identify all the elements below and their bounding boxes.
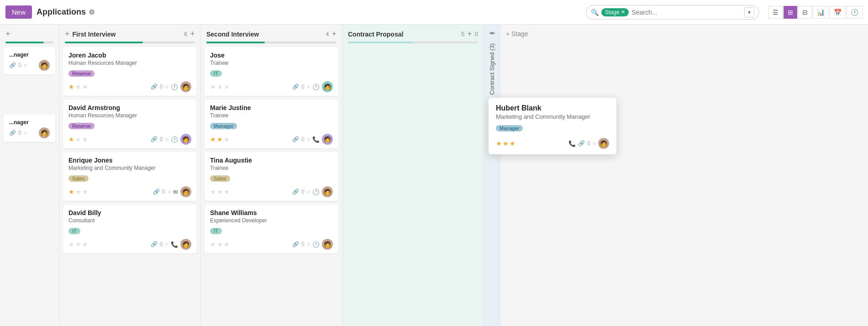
popup-name: Hubert Blank — [496, 104, 609, 112]
card-david-armstrong[interactable]: David Armstrong Human Resources Manager … — [63, 100, 197, 148]
link-icon: 🔗 — [151, 241, 158, 247]
card-role: Trainee — [210, 60, 333, 66]
first-interview-column: + First Interview 6 + Joren Jacob Human … — [59, 25, 201, 326]
card-name: Marie Justine — [210, 104, 333, 111]
first-interview-count: 6 — [184, 31, 187, 37]
star-2: ★ — [217, 188, 223, 195]
table-view-button[interactable]: ⊟ — [798, 6, 812, 19]
contract-signed-column: ◂▸ Contract Signed (3) — [484, 25, 500, 326]
star-rating: ★ ★ ★ — [210, 136, 230, 143]
card-david-billy[interactable]: David Billy Consultant IT ★ ★ ★ 🔗 0 ○ 📞 … — [63, 205, 197, 253]
link-icon: 🔗 — [151, 84, 158, 90]
kanban-view-button[interactable]: ⊞ — [784, 6, 797, 19]
add-second-interview-btn[interactable]: + — [331, 29, 337, 39]
clock-icon: 🕐 — [312, 84, 320, 90]
add-first-interview-card[interactable]: + — [65, 29, 70, 39]
dot-icon: ○ — [168, 189, 171, 195]
first-interview-header: + First Interview 6 + — [59, 25, 200, 42]
phone-icon: 📞 — [312, 136, 320, 143]
clock-icon: 🕐 — [312, 189, 320, 195]
star-1: ★ — [68, 241, 74, 248]
card-partial-2[interactable]: ...nager 🔗 0 ○ 🧑 — [4, 115, 55, 142]
view-controls: ☰ ⊞ ⊟ 📊 📅 🕐 — [768, 6, 863, 19]
star-1: ★ — [210, 136, 216, 143]
calendar-view-button[interactable]: 📅 — [830, 6, 846, 19]
card-jose[interactable]: Jose Trainee IT ★ ★ ★ 🔗 0 ○ 🕐 🧑 — [205, 47, 338, 96]
list-view-button[interactable]: ☰ — [768, 6, 783, 19]
card-name: Joren Jacob — [68, 52, 191, 59]
stage-filter-badge[interactable]: Stage ✕ — [601, 8, 629, 16]
card-name: Enrique Jones — [68, 157, 191, 164]
star-3: ★ — [82, 83, 88, 90]
star-2: ★ — [217, 136, 223, 143]
clock-icon: 🕐 — [171, 84, 178, 90]
dot-icon: ○ — [24, 62, 27, 68]
link-icon: 🔗 — [292, 241, 299, 247]
avatar: 🧑 — [322, 81, 333, 92]
gear-icon[interactable]: ⚙ — [89, 8, 95, 16]
tag-it: IT — [210, 228, 222, 234]
card-marie-justine[interactable]: Marie Justine Trainee Manager ★ ★ ★ 🔗 0 … — [205, 100, 338, 148]
avatar: 🧑 — [180, 186, 191, 197]
search-bar: 🔍 Stage ✕ ▾ — [586, 5, 759, 20]
star-3: ★ — [82, 136, 88, 143]
contract-proposal-column: Contract Proposal 5 + 0 — [342, 25, 484, 326]
clock-icon: 🕐 — [171, 136, 178, 143]
dot-icon: ○ — [593, 140, 596, 147]
app-title: Applications ⚙ — [37, 7, 95, 17]
card-tina-augustie[interactable]: Tina Augustie Trainee Sales ★ ★ ★ 🔗 0 ○ … — [205, 152, 338, 201]
star-1: ★ — [496, 140, 502, 147]
add-contract-proposal-btn[interactable]: + — [467, 29, 472, 39]
card-role: Marketing and Community Manager — [68, 165, 191, 171]
star-2: ★ — [75, 241, 81, 248]
search-input[interactable] — [631, 9, 742, 16]
search-dropdown[interactable]: ▾ — [744, 7, 754, 17]
avatar: 🧑 — [322, 239, 333, 250]
avatar: 🧑 — [322, 134, 333, 145]
tag-it: IT — [210, 70, 222, 77]
star-1: ★ — [210, 241, 216, 248]
add-stage-column: + Stage — [500, 25, 592, 326]
link-icon: 🔗 — [578, 140, 585, 147]
avatar: 🧑 — [39, 60, 50, 71]
dot-icon-2: ○ — [24, 130, 27, 136]
popup-star-rating: ★ ★ ★ — [496, 140, 516, 147]
hubert-blank-popup: Hubert Blank Marketing and Community Man… — [489, 98, 616, 154]
card-name: Jose — [210, 52, 333, 59]
card-role: Human Resources Manager — [68, 112, 191, 119]
tag-reserve: Reserve — [68, 70, 95, 77]
activity-view-button[interactable]: 🕐 — [847, 6, 863, 19]
graph-view-button[interactable]: 📊 — [813, 6, 829, 19]
card-enrique-jones[interactable]: Enrique Jones Marketing and Community Ma… — [63, 152, 197, 201]
star-3: ★ — [224, 83, 230, 90]
star-rating: ★ ★ ★ — [68, 188, 88, 195]
add-first-interview-btn[interactable]: + — [190, 29, 195, 39]
star-rating: ★ ★ ★ — [68, 241, 88, 248]
remove-filter-icon[interactable]: ✕ — [621, 9, 625, 15]
stage-filter-label: Stage — [605, 9, 619, 16]
star-2: ★ — [75, 188, 81, 195]
star-rating: ★ ★ ★ — [210, 83, 230, 90]
search-icon: 🔍 — [591, 9, 599, 16]
popup-card[interactable]: Hubert Blank Marketing and Community Man… — [489, 98, 616, 154]
add-stage-button[interactable]: + Stage — [506, 30, 528, 37]
card-role: Human Resources Manager — [68, 60, 191, 66]
new-button[interactable]: New — [5, 5, 32, 19]
card-role: Consultant — [68, 217, 191, 224]
star-rating: ★ ★ ★ — [210, 241, 230, 248]
avatar-2: 🧑 — [39, 127, 50, 138]
dot-icon: ○ — [307, 84, 310, 90]
second-interview-count: 4 — [326, 31, 329, 37]
tag-manager: Manager — [210, 123, 237, 129]
add-card-partial[interactable]: + — [5, 29, 11, 39]
expand-column-icon[interactable]: ◂▸ — [489, 29, 495, 36]
star-3: ★ — [224, 136, 230, 143]
card-shane-williams[interactable]: Shane Williams Experienced Developer IT … — [205, 205, 338, 253]
phone-icon: 📞 — [568, 140, 576, 147]
card-partial-1[interactable]: ...nager 🔗 0 ○ 🧑 — [4, 47, 55, 74]
link-icon: 🔗 — [292, 189, 299, 195]
avatar: 🧑 — [598, 138, 609, 149]
card-joren-jacob[interactable]: Joren Jacob Human Resources Manager Rese… — [63, 47, 197, 96]
star-2: ★ — [217, 241, 223, 248]
star-3: ★ — [224, 188, 230, 195]
